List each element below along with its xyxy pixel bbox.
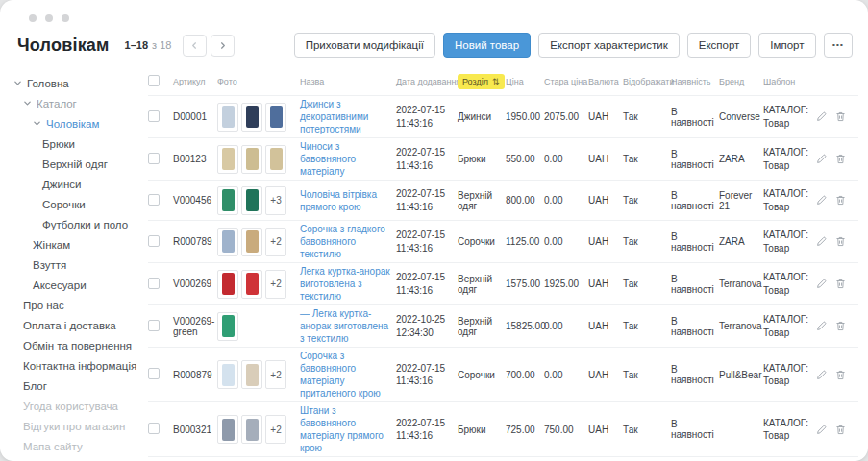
- more-photos-badge[interactable]: +2: [265, 270, 286, 299]
- sidebar-item[interactable]: Головна: [0, 73, 144, 93]
- chevron-right-icon: [218, 41, 227, 50]
- edit-icon[interactable]: [815, 320, 828, 332]
- edit-icon[interactable]: [815, 194, 828, 206]
- product-name-link[interactable]: Чоловіча вітрівка прямого крою: [300, 188, 391, 213]
- product-name-link[interactable]: Штани з бавовняного матеріалу прямого кр…: [300, 404, 391, 454]
- edit-icon[interactable]: [815, 235, 828, 248]
- product-photo[interactable]: [217, 228, 238, 256]
- product-photo[interactable]: [241, 228, 262, 256]
- edit-icon[interactable]: [815, 110, 828, 123]
- product-photo[interactable]: [217, 312, 238, 341]
- product-photo[interactable]: [217, 270, 238, 299]
- sidebar-item[interactable]: Контактна інформація: [0, 355, 144, 376]
- edit-icon[interactable]: [815, 424, 828, 436]
- sidebar-item[interactable]: Угода користувача: [0, 396, 144, 416]
- edit-icon[interactable]: [815, 153, 828, 165]
- row-checkbox[interactable]: [148, 110, 160, 122]
- product-name-link[interactable]: Сорочка з гладкого бавовняного текстилю: [300, 223, 391, 260]
- more-actions-button[interactable]: ⋯: [824, 33, 854, 58]
- more-photos-badge[interactable]: +3: [265, 186, 286, 215]
- product-photo[interactable]: [265, 145, 286, 174]
- availability-cell: В наявності: [671, 149, 719, 170]
- sidebar-item[interactable]: Обмін та повернення: [0, 335, 144, 355]
- sort-icon[interactable]: ⇅: [492, 77, 500, 86]
- sidebar-item[interactable]: Каталог: [0, 93, 144, 113]
- template-label: КАТАЛОГ:: [763, 229, 810, 242]
- column-header-availability: Наявність: [671, 77, 719, 86]
- sku-cell: B000321: [173, 425, 217, 435]
- delete-icon[interactable]: [834, 278, 847, 290]
- sidebar-item[interactable]: Відгуки про магазин: [0, 416, 144, 436]
- sidebar-item[interactable]: Мапа сайту: [0, 436, 144, 456]
- edit-icon[interactable]: [815, 278, 828, 290]
- product-photo[interactable]: [241, 145, 262, 174]
- delete-icon[interactable]: [834, 194, 847, 206]
- sidebar-item[interactable]: Блог: [0, 376, 144, 396]
- delete-icon[interactable]: [834, 320, 847, 332]
- product-photo[interactable]: [241, 103, 262, 132]
- product-name-link[interactable]: Чиноси з бавовняного матеріалу: [300, 140, 391, 178]
- delete-icon[interactable]: [834, 110, 847, 123]
- product-photo[interactable]: [241, 270, 262, 299]
- product-photo[interactable]: [217, 415, 238, 444]
- photos-cell: +2: [217, 228, 300, 256]
- delete-icon[interactable]: [834, 235, 847, 248]
- row-actions-cell: [815, 278, 858, 290]
- pagination-prev-button[interactable]: [183, 35, 207, 57]
- sidebar-item[interactable]: Футболки и поло: [0, 214, 144, 234]
- product-name-link[interactable]: Сорочка з бавовняного матеріалу притален…: [300, 350, 391, 400]
- sidebar-item[interactable]: Жінкам: [0, 234, 144, 255]
- product-name-link[interactable]: Легка куртка-анорак виготовлена з тексти…: [300, 265, 391, 303]
- row-checkbox[interactable]: [148, 194, 160, 206]
- product-name-link[interactable]: — Легка куртка-анорак виготовлена з текс…: [300, 307, 391, 345]
- product-photo[interactable]: [217, 103, 238, 132]
- product-name-link[interactable]: Джинси з декоративними потертостями: [300, 98, 391, 135]
- product-photo[interactable]: [265, 103, 286, 132]
- sidebar-item[interactable]: Аксесуари: [0, 275, 144, 295]
- product-photo[interactable]: [241, 415, 262, 444]
- sidebar-item[interactable]: Взуття: [0, 255, 144, 275]
- more-photos-badge[interactable]: +2: [265, 360, 286, 389]
- row-checkbox[interactable]: [148, 235, 160, 247]
- time-value: 11:43:16: [396, 375, 453, 388]
- sidebar-item[interactable]: Брюки: [0, 133, 144, 154]
- export-button[interactable]: Експорт: [687, 33, 752, 58]
- display-cell: Так: [623, 279, 671, 289]
- sidebar-item[interactable]: Сорочки: [0, 194, 144, 214]
- sidebar-item[interactable]: Про нас: [0, 295, 144, 315]
- delete-icon[interactable]: [834, 153, 847, 165]
- row-checkbox[interactable]: [148, 153, 160, 164]
- more-photos-badge[interactable]: +2: [265, 415, 286, 444]
- export-characteristics-button[interactable]: Експорт характеристик: [538, 33, 680, 58]
- delete-icon[interactable]: [834, 424, 847, 436]
- row-checkbox[interactable]: [148, 423, 160, 434]
- product-photo[interactable]: [217, 186, 238, 215]
- new-product-button[interactable]: Новий товар: [443, 33, 531, 58]
- product-photo[interactable]: [217, 145, 238, 174]
- column-header-label: Відображати: [623, 77, 674, 86]
- pagination-next-button[interactable]: [211, 35, 235, 57]
- row-checkbox[interactable]: [148, 320, 160, 331]
- name-cell: Сорочка з гладкого бавовняного текстилю: [300, 223, 396, 260]
- date-cell: 2022-07-1511:43:16: [396, 362, 458, 388]
- delete-icon[interactable]: [834, 369, 847, 381]
- edit-icon[interactable]: [815, 369, 828, 381]
- hide-modifications-button[interactable]: Приховати модифікації: [294, 33, 435, 58]
- row-checkbox[interactable]: [148, 368, 160, 379]
- sidebar-item[interactable]: Чоловікам: [0, 113, 144, 133]
- sidebar-item[interactable]: Верхній одяг: [0, 154, 144, 174]
- sidebar-item[interactable]: Джинси: [0, 174, 144, 194]
- column-header-date-added: Дата додавання: [396, 77, 458, 86]
- template-value: Товар: [763, 242, 810, 255]
- product-photo[interactable]: [241, 360, 262, 389]
- product-photo[interactable]: [217, 360, 238, 389]
- select-all-checkbox[interactable]: [148, 75, 160, 86]
- more-photos-badge[interactable]: +2: [265, 228, 286, 256]
- product-photo[interactable]: [241, 186, 262, 215]
- window-control-dot[interactable]: [62, 14, 69, 22]
- import-button[interactable]: Імпорт: [758, 33, 815, 58]
- row-checkbox[interactable]: [148, 278, 160, 289]
- sidebar-item[interactable]: Оплата і доставка: [0, 315, 144, 335]
- window-control-dot[interactable]: [29, 14, 37, 22]
- window-control-dot[interactable]: [45, 14, 53, 22]
